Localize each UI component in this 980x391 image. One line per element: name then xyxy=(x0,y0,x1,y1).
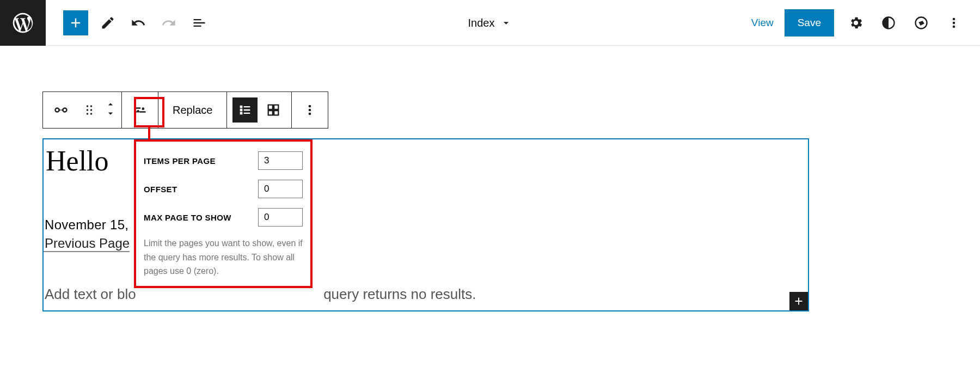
chevron-up-icon xyxy=(105,100,116,108)
compass-icon xyxy=(914,15,929,30)
template-selector[interactable]: Index xyxy=(468,0,512,46)
contrast-icon xyxy=(881,15,896,30)
save-button[interactable]: Save xyxy=(785,9,834,36)
drag-icon xyxy=(82,102,97,118)
edit-tool-button[interactable] xyxy=(97,12,119,34)
offset-input[interactable] xyxy=(258,180,303,198)
list-layout-button[interactable] xyxy=(232,97,258,123)
query-loop-block-button[interactable] xyxy=(48,97,74,123)
block-toolbar: Replace xyxy=(42,91,328,129)
list-layout-icon xyxy=(237,102,253,118)
plus-icon xyxy=(68,15,83,30)
move-up-button[interactable] xyxy=(105,100,116,110)
wordpress-icon xyxy=(11,11,35,35)
grid-layout-icon xyxy=(266,102,281,118)
block-more-options[interactable] xyxy=(297,97,322,123)
gear-icon xyxy=(848,15,863,30)
display-settings-popover: Items per page Offset Max page to show L… xyxy=(134,139,313,288)
items-per-page-label: Items per page xyxy=(144,156,216,166)
list-view-icon xyxy=(192,15,207,30)
annotation-connector xyxy=(148,127,150,139)
svg-point-4 xyxy=(87,113,89,115)
chevron-down-icon xyxy=(500,17,512,29)
styles-button[interactable] xyxy=(878,12,899,34)
plus-icon xyxy=(793,295,805,307)
undo-icon xyxy=(131,15,146,30)
replace-button[interactable]: Replace xyxy=(164,104,221,117)
no-results-placeholder[interactable]: Add text or blo query returns no results… xyxy=(44,286,808,303)
editor-top-bar: Index View Save xyxy=(0,0,980,46)
sliders-icon xyxy=(132,102,148,118)
svg-point-0 xyxy=(87,105,89,107)
block-movers xyxy=(105,100,116,120)
redo-button[interactable] xyxy=(158,12,180,34)
grid-layout-button[interactable] xyxy=(261,97,286,123)
toolbar-right: View Save xyxy=(751,9,980,36)
items-per-page-input[interactable] xyxy=(258,151,303,170)
block-appender-button[interactable] xyxy=(789,292,808,310)
svg-point-5 xyxy=(90,113,93,115)
wordpress-logo[interactable] xyxy=(0,0,46,46)
svg-point-3 xyxy=(90,109,93,111)
svg-point-2 xyxy=(87,109,89,111)
navigation-button[interactable] xyxy=(910,12,932,34)
settings-button[interactable] xyxy=(845,12,867,34)
infinity-icon xyxy=(53,102,69,118)
view-link[interactable]: View xyxy=(751,17,774,29)
display-settings-button[interactable] xyxy=(127,97,152,123)
template-name: Index xyxy=(468,17,495,29)
redo-icon xyxy=(161,15,176,30)
pencil-icon xyxy=(100,15,115,30)
more-vertical-icon xyxy=(302,102,317,118)
chevron-down-icon xyxy=(105,110,116,118)
svg-point-1 xyxy=(90,105,93,107)
max-page-input[interactable] xyxy=(258,208,303,227)
previous-page-link[interactable]: Previous Page xyxy=(44,236,130,252)
drag-handle-button[interactable] xyxy=(77,97,102,123)
list-view-button[interactable] xyxy=(188,12,210,34)
max-page-help-text: Limit the pages you want to show, even i… xyxy=(144,236,303,278)
offset-label: Offset xyxy=(144,185,177,194)
toolbar-left xyxy=(46,10,210,35)
more-vertical-icon xyxy=(946,15,961,30)
undo-button[interactable] xyxy=(127,12,149,34)
more-options-button[interactable] xyxy=(943,12,965,34)
max-page-label: Max page to show xyxy=(144,213,231,222)
add-block-button[interactable] xyxy=(63,10,88,35)
move-down-button[interactable] xyxy=(105,110,116,120)
